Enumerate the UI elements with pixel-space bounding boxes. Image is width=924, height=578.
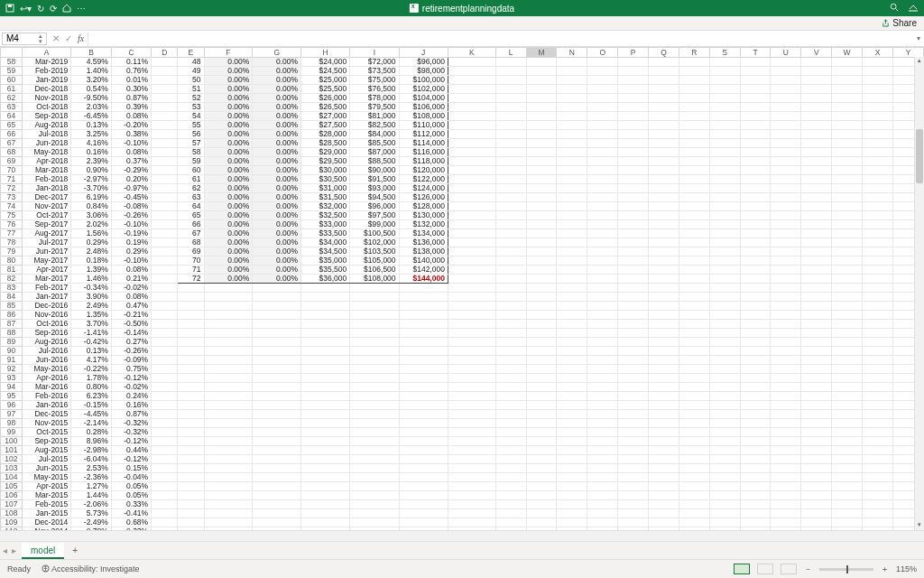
cell[interactable] <box>448 130 495 139</box>
row-header[interactable]: 92 <box>1 365 23 374</box>
cell[interactable] <box>350 311 399 320</box>
cell[interactable] <box>863 121 893 130</box>
cell[interactable] <box>801 518 832 527</box>
row-header[interactable]: 83 <box>1 284 23 293</box>
cell[interactable] <box>526 491 557 500</box>
cell[interactable] <box>526 527 557 531</box>
cell[interactable]: 0.08% <box>111 266 151 275</box>
cell[interactable] <box>679 329 709 338</box>
cell[interactable] <box>832 482 863 491</box>
cell[interactable]: 0.29% <box>111 247 151 256</box>
cell[interactable] <box>557 365 587 374</box>
cell[interactable]: $97,500 <box>350 211 399 220</box>
cell[interactable] <box>557 229 587 238</box>
cell[interactable] <box>178 410 204 419</box>
cell[interactable] <box>649 428 679 437</box>
cell[interactable] <box>178 527 204 531</box>
cell[interactable]: 2.48% <box>71 247 111 256</box>
cell[interactable] <box>448 238 495 247</box>
cell[interactable] <box>495 383 526 392</box>
cell[interactable] <box>709 275 740 284</box>
cell[interactable] <box>771 437 801 446</box>
cell[interactable] <box>587 365 618 374</box>
cell[interactable] <box>618 320 649 329</box>
cell[interactable] <box>152 220 178 229</box>
column-header[interactable]: V <box>801 48 832 58</box>
cell[interactable] <box>618 437 649 446</box>
cell[interactable] <box>587 184 618 193</box>
row-header[interactable]: 107 <box>1 500 23 509</box>
cell[interactable]: $110,000 <box>399 121 448 130</box>
cell[interactable] <box>863 527 893 531</box>
cell[interactable]: 0.00% <box>204 220 253 229</box>
cell[interactable] <box>801 130 832 139</box>
cell[interactable] <box>618 157 649 166</box>
cell[interactable]: 0.87% <box>111 410 151 419</box>
cell[interactable]: Mar-2019 <box>22 58 70 67</box>
cell[interactable] <box>771 518 801 527</box>
cell[interactable] <box>350 284 399 293</box>
cell[interactable] <box>649 410 679 419</box>
cell[interactable] <box>771 193 801 202</box>
cell[interactable] <box>649 211 679 220</box>
cell[interactable] <box>649 121 679 130</box>
cell[interactable] <box>204 374 253 383</box>
cell[interactable] <box>253 446 301 455</box>
row-header[interactable]: 73 <box>1 193 23 202</box>
cell[interactable] <box>350 455 399 464</box>
cell[interactable] <box>618 302 649 311</box>
cell[interactable]: 0.08% <box>111 148 151 157</box>
cell[interactable]: 0.00% <box>204 67 253 76</box>
cell[interactable] <box>832 184 863 193</box>
cell[interactable] <box>740 356 771 365</box>
cell[interactable] <box>740 437 771 446</box>
cell[interactable] <box>495 67 526 76</box>
cell[interactable] <box>495 256 526 266</box>
cell[interactable] <box>557 293 587 302</box>
cell[interactable] <box>557 311 587 320</box>
cell[interactable] <box>771 428 801 437</box>
cell[interactable] <box>448 383 495 392</box>
cell[interactable] <box>832 446 863 455</box>
cell[interactable] <box>526 437 557 446</box>
cell[interactable] <box>801 184 832 193</box>
cell[interactable] <box>399 410 448 419</box>
cell[interactable]: $96,000 <box>399 58 448 67</box>
cell[interactable] <box>204 464 253 473</box>
cell[interactable]: 0.00% <box>253 266 301 275</box>
cell[interactable]: 0.20% <box>111 175 151 184</box>
cell[interactable]: Jan-2015 <box>22 509 70 518</box>
cell[interactable] <box>448 392 495 401</box>
cell[interactable]: 0.00% <box>253 238 301 247</box>
cell[interactable] <box>740 338 771 347</box>
cell[interactable]: $112,000 <box>399 130 448 139</box>
cell[interactable] <box>557 202 587 211</box>
cell[interactable] <box>587 509 618 518</box>
cell[interactable] <box>557 482 587 491</box>
cell[interactable]: $87,000 <box>350 148 399 157</box>
cell[interactable]: 0.00% <box>253 85 301 94</box>
cell[interactable]: 0.00% <box>253 275 301 284</box>
cell[interactable]: $32,000 <box>301 202 350 211</box>
cell[interactable]: $34,000 <box>301 238 350 247</box>
cell[interactable] <box>399 509 448 518</box>
cell[interactable] <box>618 175 649 184</box>
cell[interactable]: 0.80% <box>71 383 111 392</box>
column-header[interactable]: R <box>679 48 709 58</box>
cell[interactable] <box>204 482 253 491</box>
cell[interactable] <box>448 247 495 256</box>
cell[interactable] <box>495 527 526 531</box>
cell[interactable] <box>253 329 301 338</box>
cell[interactable] <box>709 518 740 527</box>
cell[interactable] <box>152 365 178 374</box>
cell[interactable] <box>253 419 301 428</box>
cell[interactable] <box>618 455 649 464</box>
cell[interactable] <box>618 112 649 121</box>
cell[interactable] <box>495 392 526 401</box>
cell[interactable] <box>350 473 399 482</box>
cell[interactable] <box>709 211 740 220</box>
row-header[interactable]: 75 <box>1 211 23 220</box>
cell[interactable]: 0.05% <box>111 482 151 491</box>
cell[interactable]: 2.49% <box>71 302 111 311</box>
cell[interactable] <box>832 473 863 482</box>
